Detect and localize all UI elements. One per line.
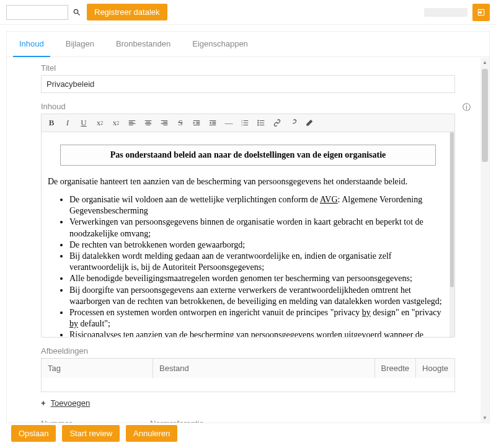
list-item: Alle benodigde beveiligingsmaatregelen w…: [69, 273, 448, 284]
editor-notice: Pas onderstaand beleid aan naar de doels…: [60, 145, 436, 166]
normref-label: Normreferentie: [150, 419, 455, 424]
list-item: Bij doorgifte van persoonsgegevens aan e…: [69, 285, 448, 307]
add-image-button[interactable]: + Toevoegen: [41, 398, 90, 408]
svg-point-4: [257, 122, 259, 123]
content-card: Inhoud Bijlagen Bronbestanden Eigenschap…: [6, 31, 490, 423]
content-label: Inhoud: [41, 102, 455, 111]
svg-point-3: [257, 120, 259, 121]
images-table: Tag Bestand Breedte Hoogte: [41, 358, 455, 392]
scroll-up-icon: ▲: [482, 58, 487, 67]
plus-icon: +: [41, 398, 46, 408]
scroll-down-icon: ▼: [482, 413, 487, 423]
bold-button[interactable]: B: [45, 117, 58, 129]
tab-bronbestanden[interactable]: Bronbestanden: [110, 32, 177, 56]
cancel-button[interactable]: Annuleren: [126, 425, 177, 442]
align-left-button[interactable]: [126, 117, 138, 129]
underline-button[interactable]: U: [78, 117, 90, 129]
save-button[interactable]: Opslaan: [11, 425, 56, 442]
form-area: Titel Inhoud ⓘ B I U x2 x2 S — 123: [7, 57, 489, 423]
logout-button[interactable]: [472, 4, 490, 21]
add-label: Toevoegen: [51, 398, 91, 408]
tab-inhoud[interactable]: Inhoud: [13, 32, 50, 57]
list-item: De rechten van betrokkenen worden gewaar…: [69, 240, 448, 251]
align-center-button[interactable]: [142, 117, 154, 129]
outdent-button[interactable]: [206, 117, 219, 129]
unordered-list-button[interactable]: [255, 117, 267, 129]
search-input[interactable]: [6, 5, 68, 20]
strikethrough-button[interactable]: S: [174, 117, 187, 129]
table-row: [42, 378, 455, 392]
rich-editor: B I U x2 x2 S — 123 Pas onderstaand bele…: [41, 114, 455, 338]
register-datalek-button[interactable]: Registreer datalek: [87, 4, 167, 20]
indent-button[interactable]: [190, 117, 203, 129]
hr-button[interactable]: —: [223, 117, 235, 129]
bullet-list: De organisatie wil voldoen aan de wettel…: [48, 194, 448, 337]
editor-body[interactable]: Pas onderstaand beleid aan naar de doels…: [42, 132, 454, 337]
link-button[interactable]: [271, 117, 283, 129]
col-bestand: Bestand: [153, 359, 375, 379]
svg-point-5: [257, 124, 259, 125]
user-name: [424, 8, 467, 17]
tab-eigenschappen[interactable]: Eigenschappen: [186, 32, 254, 56]
search-button[interactable]: [69, 5, 84, 20]
italic-button[interactable]: I: [61, 117, 74, 129]
eraser-button[interactable]: [303, 117, 316, 129]
list-item: Verwerkingen van persoonsgegevens binnen…: [69, 217, 448, 239]
editor-toolbar: B I U x2 x2 S — 123: [42, 114, 454, 132]
title-label: Titel: [41, 63, 455, 73]
title-input[interactable]: [41, 75, 455, 93]
list-item: Processen en systemen worden ontworpen e…: [69, 307, 448, 329]
intro-paragraph: De organisatie hanteert ten aanzien van …: [48, 177, 448, 187]
nummer-label: Nummer: [41, 419, 144, 424]
list-item: De organisatie wil voldoen aan de wettel…: [69, 194, 448, 217]
svg-text:3: 3: [241, 123, 242, 127]
subscript-button[interactable]: x2: [94, 117, 106, 129]
list-item: Bij datalekken wordt melding gedaan aan …: [69, 251, 448, 273]
footer-actions: Opslaan Start review Annuleren: [11, 425, 177, 442]
col-hoogte: Hoogte: [416, 359, 455, 379]
start-review-button[interactable]: Start review: [62, 425, 120, 442]
editor-scrollbar[interactable]: [450, 132, 454, 337]
col-tag: Tag: [42, 359, 153, 379]
tab-bijlagen[interactable]: Bijlagen: [60, 32, 100, 56]
info-icon[interactable]: ⓘ: [463, 102, 471, 113]
tabstrip: Inhoud Bijlagen Bronbestanden Eigenschap…: [7, 32, 489, 57]
superscript-button[interactable]: x2: [110, 117, 122, 129]
align-right-button[interactable]: [158, 117, 170, 129]
ordered-list-button[interactable]: 123: [239, 117, 251, 129]
topbar: Registreer datalek: [0, 0, 496, 25]
logout-icon: [477, 8, 485, 17]
images-label: Afbeeldingen: [41, 346, 455, 356]
unlink-button[interactable]: [287, 117, 299, 129]
col-breedte: Breedte: [374, 359, 416, 379]
list-item: Risicoanalyses ten aanzien van de besche…: [69, 329, 448, 337]
page-scrollbar[interactable]: ▲ ▼: [480, 58, 489, 423]
search-icon: [73, 8, 81, 17]
